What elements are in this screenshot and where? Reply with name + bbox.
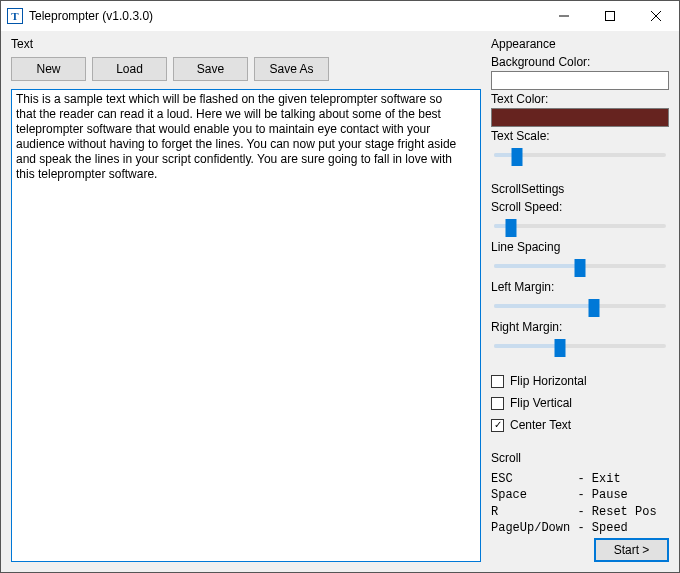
settings-panel: Appearance Background Color: Text Color:… xyxy=(491,35,669,562)
minimize-button[interactable] xyxy=(541,1,587,31)
text-scale-slider[interactable] xyxy=(491,145,669,167)
close-button[interactable] xyxy=(633,1,679,31)
close-icon xyxy=(651,11,661,21)
minimize-icon xyxy=(559,11,569,21)
right-margin-slider[interactable] xyxy=(491,336,669,358)
save-button[interactable]: Save xyxy=(173,57,248,81)
appearance-section-label: Appearance xyxy=(491,37,669,51)
titlebar: T Teleprompter (v1.0.3.0) xyxy=(1,1,679,31)
file-button-row: New Load Save Save As xyxy=(11,57,481,81)
scroll-section-label: Scroll xyxy=(491,451,669,465)
script-textarea[interactable] xyxy=(12,90,480,561)
text-input-wrap xyxy=(11,89,481,562)
left-margin-slider[interactable] xyxy=(491,296,669,318)
shortcut-hints: ESC - Exit Space - Pause R - Reset Pos P… xyxy=(491,471,669,536)
scroll-speed-slider[interactable] xyxy=(491,216,669,238)
text-color-label: Text Color: xyxy=(491,92,669,106)
text-color-swatch[interactable] xyxy=(491,108,669,127)
start-button[interactable]: Start > xyxy=(594,538,669,562)
flip-horizontal-checkbox[interactable]: Flip Horizontal xyxy=(491,374,669,388)
line-spacing-label: Line Spacing xyxy=(491,240,669,254)
bg-color-swatch[interactable] xyxy=(491,71,669,90)
checkbox-icon xyxy=(491,397,504,410)
text-section-label: Text xyxy=(11,37,481,51)
text-scale-label: Text Scale: xyxy=(491,129,669,143)
window-title: Teleprompter (v1.0.3.0) xyxy=(29,9,541,23)
right-margin-label: Right Margin: xyxy=(491,320,669,334)
flip-vertical-checkbox[interactable]: Flip Vertical xyxy=(491,396,669,410)
checkbox-icon xyxy=(491,375,504,388)
svg-rect-1 xyxy=(606,12,615,21)
load-button[interactable]: Load xyxy=(92,57,167,81)
left-margin-label: Left Margin: xyxy=(491,280,669,294)
text-panel: Text New Load Save Save As xyxy=(11,35,481,562)
bg-color-label: Background Color: xyxy=(491,55,669,69)
app-icon: T xyxy=(7,8,23,24)
center-text-label: Center Text xyxy=(510,418,571,432)
save-as-button[interactable]: Save As xyxy=(254,57,329,81)
maximize-icon xyxy=(605,11,615,21)
checkbox-icon: ✓ xyxy=(491,419,504,432)
center-text-checkbox[interactable]: ✓ Center Text xyxy=(491,418,669,432)
line-spacing-slider[interactable] xyxy=(491,256,669,278)
new-button[interactable]: New xyxy=(11,57,86,81)
scroll-speed-label: Scroll Speed: xyxy=(491,200,669,214)
scrollsettings-section-label: ScrollSettings xyxy=(491,182,669,196)
flip-horizontal-label: Flip Horizontal xyxy=(510,374,587,388)
flip-vertical-label: Flip Vertical xyxy=(510,396,572,410)
maximize-button[interactable] xyxy=(587,1,633,31)
app-window: T Teleprompter (v1.0.3.0) Text New Load … xyxy=(0,0,680,573)
